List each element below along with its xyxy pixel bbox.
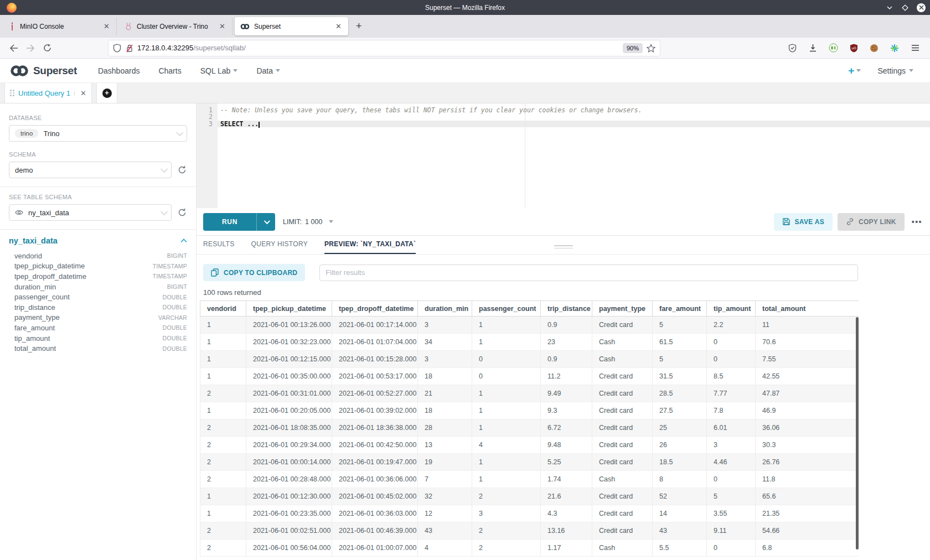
window-minimize-icon[interactable] <box>886 4 893 12</box>
pane-resize-handle[interactable] <box>554 245 573 250</box>
copy-to-clipboard-button[interactable]: COPY TO CLIPBOARD <box>203 264 305 281</box>
column-header-passenger_count[interactable]: passenger_count <box>472 301 541 317</box>
nav-charts[interactable]: Charts <box>158 66 181 75</box>
run-dropdown-button[interactable] <box>256 213 275 231</box>
extension-asterisk-icon[interactable] <box>888 40 901 56</box>
new-tab-button[interactable]: + <box>350 20 368 32</box>
shield-check-icon[interactable] <box>786 40 798 56</box>
reload-icon[interactable] <box>39 40 55 56</box>
firefox-logo-icon <box>7 3 17 13</box>
hamburger-menu-icon[interactable] <box>909 40 921 56</box>
window-close-icon[interactable] <box>917 3 926 12</box>
column-header-payment_type[interactable]: payment_type <box>592 301 653 317</box>
bookmark-star-icon[interactable] <box>647 44 655 53</box>
link-icon <box>846 217 854 226</box>
tab-close-icon[interactable]: ✕ <box>102 22 111 30</box>
table-scrollbar[interactable] <box>856 317 859 549</box>
table-cell: 1 <box>472 334 541 351</box>
tracking-shield-icon[interactable] <box>113 44 121 53</box>
back-icon[interactable] <box>6 40 22 56</box>
column-name: tip_amount <box>14 334 163 343</box>
minio-flamingo-icon <box>9 22 16 30</box>
nav-sql-lab[interactable]: SQL Lab <box>200 66 238 75</box>
table-cell: 46.9 <box>756 402 859 419</box>
schema-column-tip_amount[interactable]: tip_amountDOUBLE <box>9 333 187 344</box>
superset-brand[interactable]: Superset <box>9 64 77 77</box>
schema-column-fare_amount[interactable]: fare_amountDOUBLE <box>9 323 187 333</box>
refresh-schema-icon[interactable] <box>177 165 187 175</box>
drag-handle-icon[interactable] <box>10 90 14 96</box>
tab-close-icon[interactable]: ✕ <box>334 22 343 30</box>
browser-tab-minio[interactable]: MinIO Console ✕ <box>3 17 117 35</box>
nav-dashboards[interactable]: Dashboards <box>98 66 140 75</box>
column-header-total_amount[interactable]: total_amount <box>756 301 859 317</box>
schema-column-total_amount[interactable]: total_amountDOUBLE <box>9 343 187 354</box>
column-name: tpep_dropoff_datetime <box>14 272 153 281</box>
ublock-shield-icon[interactable]: uO <box>848 40 860 56</box>
plus-circle-icon: + <box>102 89 112 98</box>
browser-tab-superset[interactable]: Superset ✕ <box>235 17 348 35</box>
forward-icon[interactable] <box>22 40 39 56</box>
schema-select[interactable]: demo <box>9 162 172 178</box>
schema-column-trip_distance[interactable]: trip_distanceDOUBLE <box>9 302 187 313</box>
table-cell: 1 <box>200 402 246 419</box>
table-row: 22021-06-01 00:31:01.0002021-06-01 00:52… <box>200 385 859 402</box>
column-header-duration_min[interactable]: duration_min <box>418 301 472 317</box>
add-new-button[interactable]: + <box>848 65 861 77</box>
tab-preview-table[interactable]: PREVIEW: `NY_TAXI_DATA` <box>324 240 416 254</box>
schema-column-payment_type[interactable]: payment_typeVARCHAR <box>9 313 187 323</box>
tab-query-history[interactable]: QUERY HISTORY <box>251 240 308 254</box>
chevron-down-icon <box>856 69 861 72</box>
column-header-tip_amount[interactable]: tip_amount <box>707 301 756 317</box>
table-cell: 0 <box>707 351 756 368</box>
downloads-icon[interactable] <box>807 40 819 56</box>
tab-results[interactable]: RESULTS <box>203 240 235 254</box>
table-cell: 5 <box>653 351 707 368</box>
collapse-chevron-up-icon[interactable] <box>180 238 187 243</box>
table-schema-select[interactable]: ny_taxi_data <box>9 204 172 221</box>
schema-column-tpep_dropoff_datetime[interactable]: tpep_dropoff_datetimeTIMESTAMP <box>9 271 187 282</box>
settings-menu[interactable]: Settings <box>877 66 913 75</box>
table-cell: 6.01 <box>707 419 756 437</box>
insecure-lock-icon[interactable] <box>125 44 133 53</box>
refresh-table-icon[interactable] <box>177 208 187 217</box>
zoom-level-badge[interactable]: 90% <box>623 43 643 53</box>
table-cell: 8.5 <box>707 368 756 385</box>
table-cell: 2 <box>200 540 246 557</box>
column-header-fare_amount[interactable]: fare_amount <box>653 301 707 317</box>
trino-bunny-icon <box>125 22 132 30</box>
extension-green-icon[interactable] <box>827 40 839 56</box>
query-tab-close-icon[interactable]: ✕ <box>80 89 86 97</box>
filter-results-input[interactable] <box>319 265 858 281</box>
run-button[interactable]: RUN <box>203 213 275 231</box>
url-bar[interactable]: 172.18.0.4:32295/superset/sqllab/ 90% <box>108 40 660 56</box>
sql-editor[interactable]: 1 2 3 -- Note: Unless you save your quer… <box>197 103 930 208</box>
column-header-trip_distance[interactable]: trip_distance <box>541 301 592 317</box>
cookie-icon[interactable] <box>868 40 880 56</box>
query-tab-untitled[interactable]: Untitled Query 1 ✕ <box>4 83 92 103</box>
column-header-tpep_pickup_datetime[interactable]: tpep_pickup_datetime <box>246 301 332 317</box>
url-text[interactable]: 172.18.0.4:32295/superset/sqllab/ <box>137 44 619 52</box>
limit-dropdown[interactable]: LIMIT: 1 000 <box>283 218 333 226</box>
copy-link-button[interactable]: COPY LINK <box>838 213 905 231</box>
schema-column-vendorid[interactable]: vendoridBIGINT <box>9 251 187 261</box>
schema-column-passenger_count[interactable]: passenger_countDOUBLE <box>9 292 187 302</box>
database-select[interactable]: trino Trino <box>9 125 187 142</box>
more-actions-button[interactable]: ••• <box>912 217 922 226</box>
browser-tab-trino[interactable]: Cluster Overview - Trino ✕ <box>119 17 232 35</box>
editor-content[interactable]: -- Note: Unless you save your query, the… <box>218 103 930 208</box>
save-as-button[interactable]: SAVE AS <box>774 213 833 231</box>
schema-column-tpep_pickup_datetime[interactable]: tpep_pickup_datetimeTIMESTAMP <box>9 261 187 272</box>
table-cell: 9.49 <box>541 385 592 402</box>
browser-tabstrip: MinIO Console ✕ Cluster Overview - Trino… <box>0 15 930 38</box>
nav-data[interactable]: Data <box>256 66 280 75</box>
column-header-tpep_dropoff_datetime[interactable]: tpep_dropoff_datetime <box>332 301 418 317</box>
table-cell: Credit card <box>592 522 653 540</box>
tab-close-icon[interactable]: ✕ <box>218 22 226 30</box>
table-name-heading[interactable]: ny_taxi_data <box>9 236 180 245</box>
table-cell: 2021-06-01 00:36:06.000 <box>332 471 418 488</box>
add-query-tab-button[interactable]: + <box>96 83 117 103</box>
column-header-vendorid[interactable]: vendorid <box>200 301 246 317</box>
schema-column-duration_min[interactable]: duration_minBIGINT <box>9 282 187 292</box>
window-maximize-icon[interactable] <box>901 4 909 12</box>
